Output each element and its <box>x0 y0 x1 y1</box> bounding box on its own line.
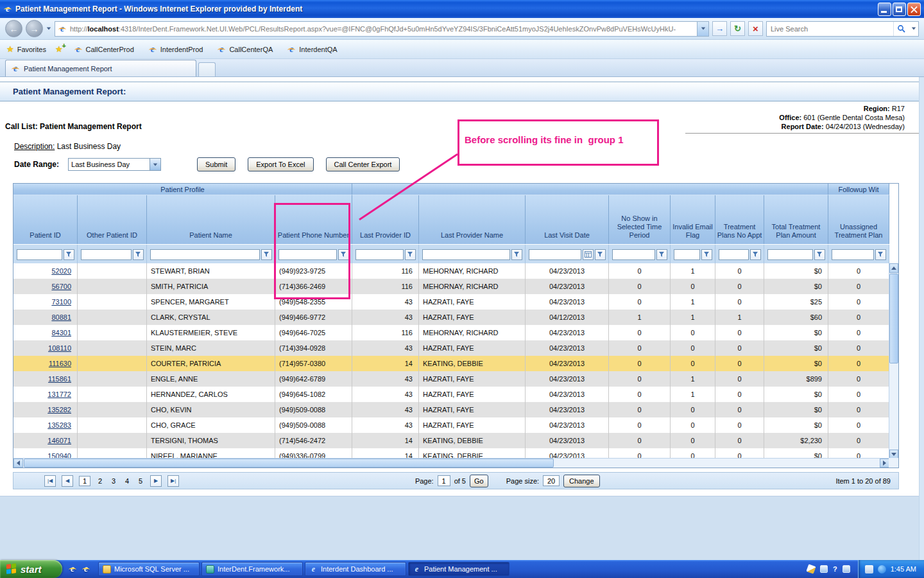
filter-input[interactable] <box>832 249 874 260</box>
table-row[interactable]: 146071TERSIGNI, THOMAS(714)546-247214KEA… <box>13 433 889 448</box>
address-url[interactable]: http://localhost:4318/InterDent.Framewor… <box>70 25 694 33</box>
filter-input[interactable] <box>719 249 749 260</box>
favorites-button[interactable]: ★ Favorites <box>6 44 46 54</box>
page-number-button[interactable]: 1 <box>79 476 90 486</box>
taskbar-window-button[interactable]: Interdent Dashboard ... <box>305 562 406 576</box>
column-header[interactable]: Other Patient ID <box>78 195 147 244</box>
page-number-button[interactable]: 3 <box>110 477 117 485</box>
display-settings-icon[interactable] <box>843 565 850 573</box>
taskbar-window-button[interactable]: Patient Management ... <box>408 562 509 576</box>
favorites-bar-link[interactable]: InterdentQA <box>285 44 339 55</box>
first-page-button[interactable]: |◀ <box>44 475 56 487</box>
patient-id-link[interactable]: 131772 <box>47 390 71 398</box>
column-header[interactable]: Treatment Plans No Appt <box>715 195 764 244</box>
history-dropdown-icon[interactable] <box>47 28 51 30</box>
go-button[interactable]: → <box>712 21 727 36</box>
stop-button[interactable]: × <box>748 21 763 36</box>
submit-button[interactable]: Submit <box>197 157 235 171</box>
back-button[interactable]: ← <box>5 20 22 37</box>
patient-id-link[interactable]: 111630 <box>49 360 71 367</box>
combo-arrow-icon[interactable] <box>150 159 160 170</box>
filter-funnel-button[interactable] <box>750 249 761 260</box>
patient-id-link[interactable]: 135283 <box>47 421 71 429</box>
search-dropdown-icon[interactable] <box>909 22 918 36</box>
patient-id-link[interactable]: 56700 <box>51 283 71 290</box>
volume-icon[interactable] <box>865 565 873 574</box>
scroll-up-icon[interactable] <box>889 263 898 273</box>
maximize-button[interactable] <box>893 3 906 16</box>
horizontal-scroll-thumb[interactable] <box>24 459 554 468</box>
favorites-bar-link[interactable]: CallCenterQA <box>215 44 275 55</box>
column-header[interactable]: Patient Name <box>147 195 275 244</box>
filter-funnel-button[interactable] <box>701 249 712 260</box>
favorites-bar-link[interactable]: CallCenterProd <box>72 44 136 55</box>
export-to-excel-button[interactable]: Export To Excel <box>248 157 313 171</box>
previous-page-button[interactable]: ◀ <box>62 475 73 487</box>
next-page-button[interactable]: ▶ <box>150 475 162 487</box>
table-row[interactable]: 73100SPENCER, MARGARET(949)548-235543HAZ… <box>13 294 889 310</box>
table-row[interactable]: 52020STEWART, BRIAN(949)923-9725116MEHOR… <box>13 263 889 279</box>
filter-input[interactable] <box>355 249 404 260</box>
go-page-button[interactable]: Go <box>470 475 488 487</box>
filter-input[interactable] <box>422 249 510 260</box>
filter-funnel-button[interactable] <box>814 249 825 260</box>
favorites-bar-link[interactable]: InterdentProd <box>146 44 205 55</box>
taskbar-window-button[interactable]: Microsoft SQL Server ... <box>98 562 200 576</box>
filter-funnel-button[interactable] <box>595 249 606 260</box>
filter-funnel-button[interactable] <box>133 249 144 260</box>
column-header[interactable]: Last Provider ID <box>352 195 419 244</box>
help-icon[interactable]: ? <box>833 565 837 573</box>
filter-input[interactable] <box>17 249 62 260</box>
search-icon[interactable] <box>893 22 909 36</box>
forward-button[interactable]: → <box>26 20 43 37</box>
column-header[interactable]: Last Visit Date <box>526 195 609 244</box>
filter-funnel-button[interactable] <box>875 249 886 260</box>
filter-input[interactable] <box>529 249 581 260</box>
filter-funnel-button[interactable] <box>511 249 522 260</box>
filter-input[interactable] <box>150 249 260 260</box>
patient-id-link[interactable]: 52020 <box>51 267 71 275</box>
scroll-right-icon[interactable] <box>880 459 889 468</box>
address-dropdown-button[interactable] <box>697 22 708 36</box>
column-header[interactable]: Total Treatment Plan Amount <box>764 195 828 244</box>
page-number-button[interactable]: 2 <box>96 477 104 485</box>
table-horizontal-scrollbar[interactable] <box>13 458 889 468</box>
quick-launch-ie-icon[interactable] <box>68 565 77 574</box>
patient-id-link[interactable]: 115861 <box>48 375 71 383</box>
column-header[interactable]: Invalid Email Flag <box>671 195 715 244</box>
filter-funnel-button[interactable] <box>656 249 667 260</box>
quick-launch-browser-icon[interactable] <box>81 565 90 574</box>
column-header[interactable]: No Show in Selected Time Period <box>609 195 671 244</box>
patient-id-link[interactable]: 146071 <box>47 437 71 444</box>
table-vertical-scrollbar[interactable] <box>889 263 898 459</box>
call-center-export-button[interactable]: Call Center Export <box>326 157 400 171</box>
page-size-input[interactable] <box>543 475 560 486</box>
search-box[interactable] <box>766 21 919 37</box>
tab-patient-management-report[interactable]: Patient Management Report <box>5 60 196 76</box>
patient-id-link[interactable]: 135282 <box>47 406 71 414</box>
page-number-input[interactable] <box>438 475 450 486</box>
table-row[interactable]: 80881CLARK, CRYSTAL(949)466-977243HAZRAT… <box>13 310 889 325</box>
table-row[interactable]: 56700SMITH, PATRICIA(714)366-2469116MEHO… <box>13 279 889 294</box>
address-bar[interactable]: http://localhost:4318/InterDent.Framewor… <box>55 21 709 37</box>
calendar-icon-button[interactable] <box>583 249 594 260</box>
scroll-left-icon[interactable] <box>13 459 23 468</box>
vertical-scroll-thumb[interactable] <box>889 274 898 363</box>
start-button[interactable]: start <box>0 560 62 578</box>
filter-funnel-button[interactable] <box>64 249 74 260</box>
table-row[interactable]: 108110STEIN, MARC(714)394-092843HAZRATI,… <box>13 340 889 356</box>
filter-input[interactable] <box>674 249 700 260</box>
patient-id-link[interactable]: 84301 <box>51 329 71 337</box>
add-favorite-icon[interactable]: ★ <box>55 44 63 54</box>
filter-funnel-button[interactable] <box>405 249 416 260</box>
table-row[interactable]: 84301KLAUSTERMEIER, STEVE(949)646-702511… <box>13 325 889 340</box>
column-header[interactable]: Last Provider Name <box>419 195 526 244</box>
change-page-size-button[interactable]: Change <box>563 475 600 487</box>
browser-scrollbar[interactable] <box>919 77 924 560</box>
input-panel-icon[interactable] <box>820 565 828 573</box>
filter-input[interactable] <box>81 249 132 260</box>
table-row[interactable]: 135283CHO, GRACE(949)509-008843HAZRATI, … <box>13 417 889 433</box>
table-row[interactable]: 135282CHO, KEVIN(949)509-008843HAZRATI, … <box>13 402 889 417</box>
search-input[interactable] <box>767 25 893 33</box>
new-tab-stub[interactable] <box>198 62 216 76</box>
